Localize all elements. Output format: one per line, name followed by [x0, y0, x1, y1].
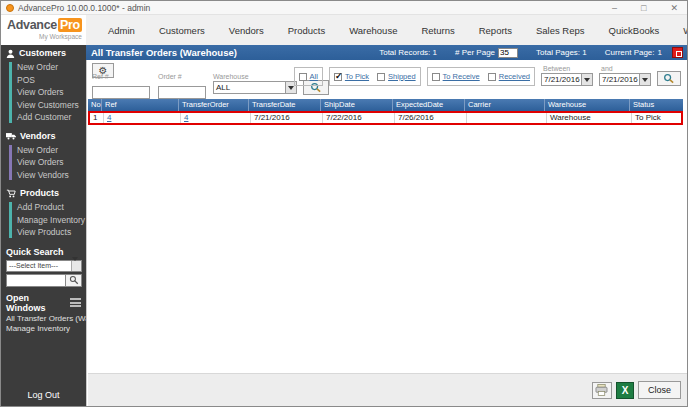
- export-excel-button[interactable]: X: [616, 382, 634, 399]
- current-page-value: 1: [658, 48, 662, 57]
- menu-customers[interactable]: Customers: [147, 25, 217, 36]
- cell-transfer-order-link[interactable]: 4: [181, 113, 251, 123]
- menu-warehouse[interactable]: Warehouse: [337, 25, 409, 36]
- status-filters: All To Pick Shipped To Receive: [294, 65, 681, 86]
- quick-search-button[interactable]: [66, 274, 82, 287]
- maximize-icon[interactable]: □: [641, 2, 646, 14]
- checkbox-label[interactable]: To Pick: [345, 72, 369, 81]
- menu-quickbooks[interactable]: QuickBooks: [597, 25, 672, 36]
- sidebar-item-manage-inventory[interactable]: Manage Inventory: [1, 214, 86, 227]
- sidebar-section-customers[interactable]: Customers: [1, 45, 86, 60]
- date-to-select[interactable]: 7/21/2016: [599, 73, 651, 86]
- sidebar-item-vendor-view-orders[interactable]: View Orders: [1, 156, 86, 169]
- brand-tagline: My Workspace: [7, 33, 82, 40]
- order-input[interactable]: [158, 86, 206, 99]
- print-button[interactable]: [592, 382, 612, 399]
- total-pages: Total Pages: 1: [536, 48, 587, 57]
- open-window-transfer-orders[interactable]: All Transfer Orders (Wareh: [1, 314, 86, 325]
- search-icon: [663, 73, 675, 84]
- cell-no: 1: [90, 113, 104, 123]
- window-list-icon[interactable]: [70, 298, 81, 307]
- sidebar-item-pos[interactable]: POS: [1, 74, 86, 87]
- truck-icon: [6, 132, 16, 140]
- dock-window-button[interactable]: [672, 47, 683, 58]
- sidebar-section-vendors[interactable]: Vendors: [1, 128, 86, 143]
- checkbox-shipped[interactable]: Shipped: [377, 72, 416, 81]
- date-from-select[interactable]: 7/21/2016: [541, 73, 593, 86]
- warehouse-select-value: ALL: [216, 83, 230, 92]
- sidebar-item-view-vendors[interactable]: View Vendors: [1, 169, 86, 182]
- warehouse-select[interactable]: ALL: [213, 81, 297, 94]
- cell-status: To Pick: [632, 113, 681, 123]
- sidebar-item-add-product[interactable]: Add Product: [1, 201, 86, 214]
- sidebar-item-new-order[interactable]: New Order: [1, 61, 86, 74]
- checkbox-icon[interactable]: [432, 73, 440, 81]
- chevron-down-icon[interactable]: [71, 261, 81, 271]
- col-transfer-date: TransferDate: [249, 99, 321, 111]
- date-search-button[interactable]: [657, 71, 681, 86]
- sidebar-item-view-products[interactable]: View Products: [1, 226, 86, 239]
- checkbox-icon[interactable]: [299, 73, 307, 81]
- checkbox-label[interactable]: All: [310, 72, 318, 81]
- menu-admin[interactable]: Admin: [96, 25, 147, 36]
- checkbox-icon[interactable]: [377, 73, 385, 81]
- menu-returns[interactable]: Returns: [409, 25, 466, 36]
- quick-search-input[interactable]: [6, 274, 66, 287]
- ref-input[interactable]: [92, 86, 150, 99]
- quick-search-select[interactable]: ---Select Item---: [6, 260, 82, 272]
- total-records: Total Records: 1: [379, 48, 437, 57]
- products-items: Add Product Manage Inventory View Produc…: [1, 200, 86, 243]
- checkbox-to-receive[interactable]: To Receive: [432, 72, 480, 81]
- cell-warehouse: Warehouse: [547, 113, 632, 123]
- col-no: No: [88, 99, 102, 111]
- main-content: ⚙ Ref # Order # Warehouse ALL All: [86, 60, 687, 406]
- col-transfer-order: TransferOrder: [179, 99, 249, 111]
- open-window-manage-inventory[interactable]: Manage Inventory: [1, 324, 86, 335]
- minimize-icon[interactable]: –: [612, 2, 617, 14]
- checkbox-label[interactable]: Shipped: [388, 72, 416, 81]
- per-page-input[interactable]: [498, 48, 518, 58]
- chevron-down-icon[interactable]: [639, 74, 650, 85]
- sidebar-section-products[interactable]: Products: [1, 185, 86, 200]
- checkbox-to-pick[interactable]: To Pick: [334, 72, 369, 81]
- brand-logo: AdvancePro My Workspace: [1, 15, 86, 45]
- date-from-value: 7/21/2016: [544, 75, 580, 84]
- col-carrier: Carrier: [465, 99, 545, 111]
- transfer-orders-table: No Ref TransferOrder TransferDate ShipDa…: [88, 99, 683, 125]
- close-icon[interactable]: ✕: [670, 2, 678, 14]
- date-to-value: 7/21/2016: [602, 75, 638, 84]
- app-window: AdvancePro 10.00.0.1000* - admin – □ ✕ A…: [0, 0, 688, 407]
- app-icon: [6, 4, 14, 12]
- menu-web[interactable]: Web: [671, 25, 688, 36]
- customers-items: New Order POS View Orders View Customers…: [1, 60, 86, 128]
- person-icon: [6, 49, 15, 58]
- menu-products[interactable]: Products: [276, 25, 338, 36]
- sidebar-item-add-customer[interactable]: Add Customer: [1, 111, 86, 124]
- table-row[interactable]: 1 4 4 7/21/2016 7/22/2016 7/26/2016 Ware…: [88, 111, 683, 125]
- sidebar-item-vendor-new-order[interactable]: New Order: [1, 144, 86, 157]
- sidebar-item-view-customers[interactable]: View Customers: [1, 99, 86, 112]
- menu-reports[interactable]: Reports: [467, 25, 524, 36]
- checkbox-label[interactable]: To Receive: [443, 72, 480, 81]
- menu-vendors[interactable]: Vendors: [217, 25, 276, 36]
- sidebar-item-view-orders[interactable]: View Orders: [1, 86, 86, 99]
- logout-button[interactable]: Log Out: [1, 390, 86, 400]
- menu-sales-reps[interactable]: Sales Reps: [524, 25, 597, 36]
- chevron-down-icon[interactable]: [581, 74, 592, 85]
- checkbox-received[interactable]: Received: [488, 72, 530, 81]
- appbar: AdvancePro My Workspace Admin Customers …: [1, 15, 687, 45]
- checkbox-all[interactable]: All: [299, 72, 318, 81]
- cell-ship-date: 7/22/2016: [323, 113, 395, 123]
- sidebar-section-label: Products: [20, 188, 59, 198]
- checkbox-icon[interactable]: [488, 73, 496, 81]
- cell-ref-link[interactable]: 4: [104, 113, 181, 123]
- cell-transfer-date: 7/21/2016: [251, 113, 323, 123]
- checkbox-icon[interactable]: [334, 73, 342, 81]
- checkbox-label[interactable]: Received: [499, 72, 530, 81]
- filter-group-pick-ship: To Pick Shipped: [329, 67, 421, 86]
- filter-group-all: All: [294, 67, 323, 86]
- cart-icon: [6, 189, 16, 198]
- vendors-items: New Order View Orders View Vendors: [1, 143, 86, 186]
- close-button[interactable]: Close: [638, 381, 681, 399]
- col-ref: Ref: [102, 99, 179, 111]
